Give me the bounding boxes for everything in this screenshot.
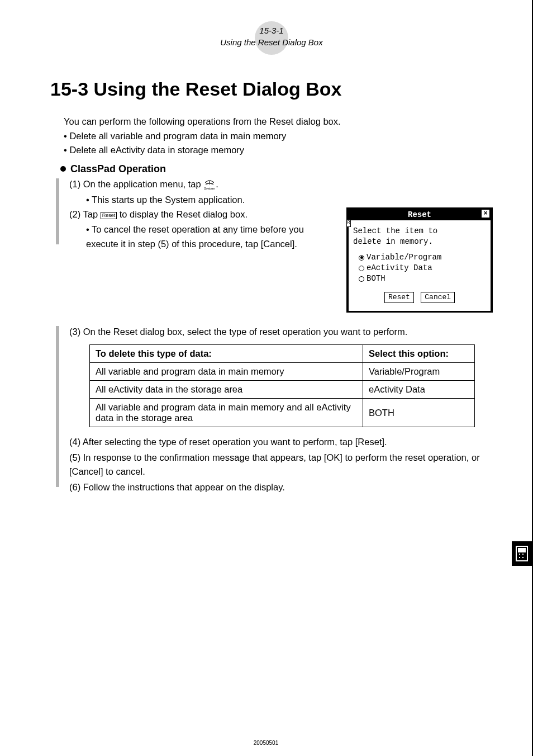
step-1-text-after: . <box>216 179 218 189</box>
intro-bullet-1-text: Delete all variable and program data in … <box>69 131 286 141</box>
reset-button[interactable]: Reset <box>384 292 414 303</box>
step-5: (5) In response to the confirmation mess… <box>69 451 493 479</box>
intro-bullet-1: • Delete all variable and program data i… <box>64 129 493 144</box>
intro-line: You can perform the following operations… <box>64 115 493 129</box>
step-2-sub-text: To cancel the reset operation at any tim… <box>86 224 304 249</box>
table-cell: All variable and program data in main me… <box>90 363 363 381</box>
dialog-option-variable-program[interactable]: Variable/Program <box>359 252 486 263</box>
reset-dialog-screenshot: Reset × R Select the item to delete in m… <box>346 207 493 313</box>
procedure-bar-icon <box>56 326 59 487</box>
dialog-option-eactivity-data[interactable]: eActivity Data <box>359 263 486 273</box>
calculator-icon <box>512 541 532 566</box>
dialog-prompt-line2: delete in memory. <box>353 237 486 247</box>
table-cell: All eActivity data in the storage area <box>90 381 363 399</box>
step-2-text-before: (2) Tap <box>69 209 101 219</box>
procedure-bar-icon <box>56 178 59 244</box>
step-2-text-after: to display the Reset dialog box. <box>117 209 248 219</box>
table-head-option: Select this option: <box>363 345 475 363</box>
table-cell: eActivity Data <box>363 381 475 399</box>
svg-text:System: System <box>204 187 215 190</box>
intro-bullet-2: • Delete all eActivity data in storage m… <box>64 143 493 158</box>
dialog-option-3-label: BOTH <box>367 273 386 284</box>
table-row: All variable and program data in main me… <box>90 399 475 427</box>
close-icon[interactable]: × <box>482 210 489 218</box>
page-header: 15-3-1 Using the Reset Dialog Box <box>50 17 493 56</box>
system-app-icon: System <box>203 178 216 192</box>
reset-options-table: To delete this type of data: Select this… <box>89 344 475 427</box>
step-1-sub: • This starts up the System application. <box>86 193 493 207</box>
page-ref: 15-3-1 <box>50 25 493 36</box>
step-1-text-before: (1) On the application menu, tap <box>69 179 203 189</box>
operation-heading: ClassPad Operation <box>70 163 166 175</box>
bullet-icon <box>60 166 66 172</box>
running-title: Using the Reset Dialog Box <box>50 36 493 48</box>
step-3: (3) On the Reset dialog box, select the … <box>69 325 493 339</box>
reset-toolbar-icon: Reset <box>101 212 117 219</box>
step-1-sub-text: This starts up the System application. <box>92 195 245 205</box>
dialog-title: Reset <box>408 210 431 219</box>
dialog-scroll-indicator <box>491 230 493 255</box>
radio-icon <box>359 276 364 282</box>
table-row: All variable and program data in main me… <box>90 363 475 381</box>
step-2-sub: • To cancel the reset operation at any t… <box>86 223 339 251</box>
intro-bullet-2-text: Delete all eActivity data in storage mem… <box>69 145 244 155</box>
footer-code: 20050501 <box>0 740 532 746</box>
step-6: (6) Follow the instructions that appear … <box>69 480 493 495</box>
table-cell: BOTH <box>363 399 475 427</box>
table-row: All eActivity data in the storage area e… <box>90 381 475 399</box>
dialog-option-both[interactable]: BOTH <box>359 273 486 284</box>
step-2: (2) Tap Reset to display the Reset dialo… <box>69 207 339 222</box>
dialog-prompt-line1: Select the item to <box>353 226 486 237</box>
cancel-button[interactable]: Cancel <box>421 292 455 303</box>
radio-icon <box>359 266 364 271</box>
dialog-option-2-label: eActivity Data <box>367 263 432 273</box>
table-cell: All variable and program data in main me… <box>90 399 363 427</box>
table-head-data-type: To delete this type of data: <box>90 345 363 363</box>
table-cell: Variable/Program <box>363 363 475 381</box>
step-1: (1) On the application menu, tap System … <box>69 177 493 192</box>
step-4: (4) After selecting the type of reset op… <box>69 435 493 450</box>
radio-icon <box>359 255 364 261</box>
section-title: 15-3 Using the Reset Dialog Box <box>50 78 493 100</box>
dialog-option-1-label: Variable/Program <box>367 252 441 263</box>
